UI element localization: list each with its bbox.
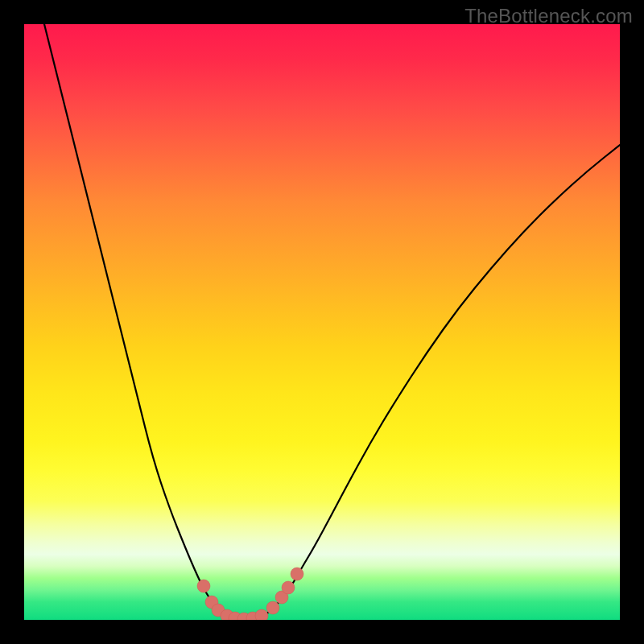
data-point	[282, 581, 295, 594]
data-point	[291, 568, 303, 580]
data-point	[266, 601, 279, 614]
curve-data-points	[197, 568, 303, 620]
bottleneck-curve	[44, 24, 620, 620]
data-point	[255, 609, 268, 620]
data-point	[197, 580, 210, 592]
watermark-text: TheBottleneck.com	[464, 5, 633, 27]
plot-area	[24, 24, 620, 620]
chart-container: TheBottleneck.com	[0, 0, 644, 644]
curve-overlay	[24, 24, 620, 620]
